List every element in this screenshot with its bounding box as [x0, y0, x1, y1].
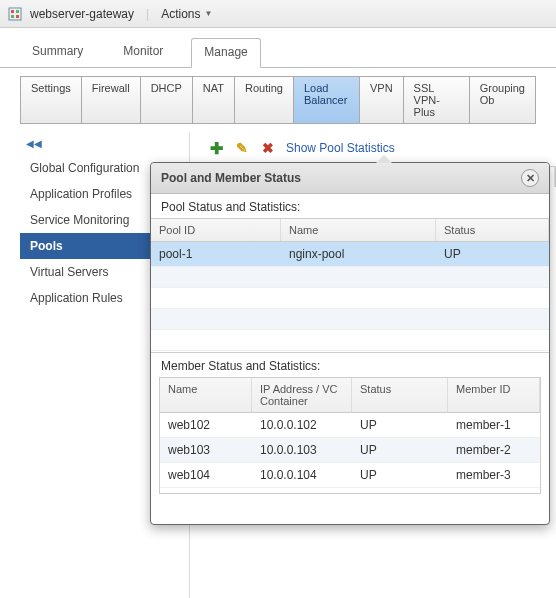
member-cell-name: web102	[160, 413, 252, 437]
pool-member-status-modal: Pool and Member Status ✕ Pool Status and…	[150, 162, 550, 525]
svg-rect-1	[11, 10, 14, 13]
actions-label: Actions	[161, 7, 200, 21]
modal-title: Pool and Member Status	[161, 171, 301, 185]
member-header-status: Status	[352, 378, 448, 412]
member-row[interactable]: web10310.0.0.103UPmember-2	[160, 438, 540, 463]
pool-cell-id: pool-1	[151, 242, 281, 266]
sub-tab-nat[interactable]: NAT	[192, 76, 234, 124]
actions-dropdown[interactable]: Actions ▼	[161, 7, 212, 21]
member-cell-mid: member-2	[448, 438, 540, 462]
delete-icon[interactable]: ✖	[260, 140, 276, 156]
svg-rect-4	[16, 15, 19, 18]
member-row[interactable]: web10210.0.0.102UPmember-1	[160, 413, 540, 438]
member-header-name: Name	[160, 378, 252, 412]
pool-section-label: Pool Status and Statistics:	[151, 194, 549, 218]
svg-rect-0	[9, 8, 21, 20]
member-cell-name: web103	[160, 438, 252, 462]
member-cell-ip: 10.0.0.103	[252, 438, 352, 462]
member-cell-mid: member-3	[448, 463, 540, 487]
sub-tab-grouping-ob[interactable]: Grouping Ob	[469, 76, 536, 124]
window-titlebar: webserver-gateway | Actions ▼	[0, 0, 556, 28]
modal-header: Pool and Member Status ✕	[151, 163, 549, 194]
member-cell-ip: 10.0.0.104	[252, 463, 352, 487]
pool-cell-name: nginx-pool	[281, 242, 436, 266]
empty-row	[151, 288, 549, 309]
member-cell-name: web104	[160, 463, 252, 487]
main-tab-summary[interactable]: Summary	[20, 38, 95, 67]
empty-row	[151, 309, 549, 330]
member-cell-status: UP	[352, 463, 448, 487]
main-tab-monitor[interactable]: Monitor	[111, 38, 175, 67]
pool-grid: Pool ID Name Status pool-1nginx-poolUP	[151, 218, 549, 353]
close-icon[interactable]: ✕	[521, 169, 539, 187]
pool-header-name: Name	[281, 219, 436, 241]
edge-icon	[8, 7, 22, 21]
empty-row	[151, 267, 549, 288]
member-header-mid: Member ID	[448, 378, 540, 412]
sub-tab-vpn[interactable]: VPN	[359, 76, 403, 124]
sub-tab-ssl-vpn-plus[interactable]: SSL VPN-Plus	[403, 76, 469, 124]
edit-icon[interactable]: ✎	[234, 140, 250, 156]
add-icon[interactable]: ✚	[208, 140, 224, 156]
pool-header-status: Status	[436, 219, 549, 241]
caret-down-icon: ▼	[205, 9, 213, 18]
member-row[interactable]: web10410.0.0.104UPmember-3	[160, 463, 540, 488]
svg-rect-3	[11, 15, 14, 18]
member-section-label: Member Status and Statistics:	[151, 353, 549, 377]
sub-tab-settings[interactable]: Settings	[20, 76, 81, 124]
main-tab-manage[interactable]: Manage	[191, 38, 260, 68]
main-tabs: SummaryMonitorManage	[0, 28, 556, 68]
member-header-ip: IP Address / VC Container	[252, 378, 352, 412]
empty-row	[151, 330, 549, 351]
member-cell-status: UP	[352, 438, 448, 462]
show-pool-statistics-link[interactable]: Show Pool Statistics	[286, 141, 395, 155]
pool-row[interactable]: pool-1nginx-poolUP	[151, 242, 549, 267]
sub-tab-load-balancer[interactable]: Load Balancer	[293, 76, 359, 124]
pool-header-id: Pool ID	[151, 219, 281, 241]
pool-cell-status: UP	[436, 242, 549, 266]
sub-tabs: SettingsFirewallDHCPNATRoutingLoad Balan…	[0, 68, 556, 124]
member-cell-ip: 10.0.0.102	[252, 413, 352, 437]
sub-tab-dhcp[interactable]: DHCP	[140, 76, 192, 124]
gateway-title: webserver-gateway	[30, 7, 134, 21]
member-cell-status: UP	[352, 413, 448, 437]
title-separator: |	[146, 7, 149, 21]
svg-rect-2	[16, 10, 19, 13]
sub-tab-firewall[interactable]: Firewall	[81, 76, 140, 124]
member-cell-mid: member-1	[448, 413, 540, 437]
sub-tab-routing[interactable]: Routing	[234, 76, 293, 124]
collapse-sidebar-button[interactable]: ◀◀	[20, 136, 189, 155]
modal-arrow-icon	[376, 155, 392, 163]
member-grid: Name IP Address / VC Container Status Me…	[159, 377, 541, 494]
